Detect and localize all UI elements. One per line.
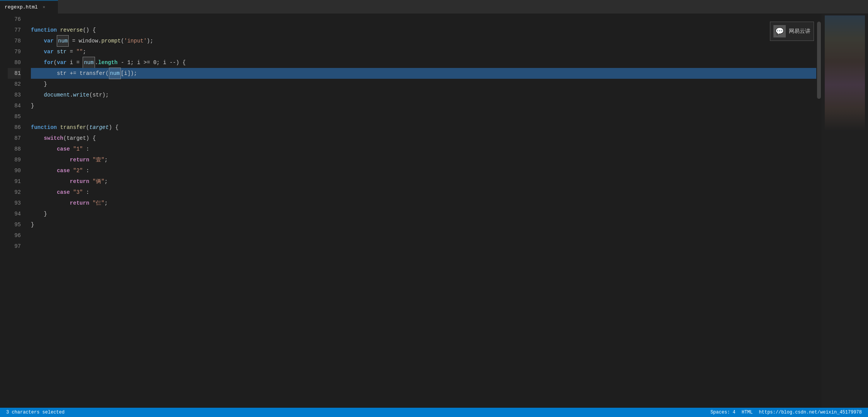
code-line: var str = "";: [31, 46, 816, 57]
code-line: function reverse() {: [31, 25, 816, 36]
status-bar: 3 characters selected Spaces: 4 HTML htt…: [0, 408, 868, 417]
code-line: [31, 230, 816, 241]
status-right: Spaces: 4 HTML https://blog.csdn.net/wei…: [710, 410, 862, 415]
code-line: for(var i = num.length - 1; i >= 0; i --…: [31, 57, 816, 68]
code-line: case "2" :: [31, 165, 816, 176]
line-number: 93: [8, 198, 21, 208]
tab-filename: regexp.html: [5, 4, 38, 10]
spaces-info: Spaces: 4: [710, 410, 736, 415]
code-line: }: [31, 79, 816, 90]
line-number: 82: [8, 79, 21, 90]
line-number: 88: [8, 144, 21, 154]
line-number: 92: [8, 187, 21, 198]
minimap-content: [822, 14, 868, 133]
line-number: 86: [8, 122, 21, 133]
code-line: }: [31, 208, 816, 219]
code-line: return "仨";: [31, 198, 816, 208]
code-content[interactable]: function reverse() { var num = window.pr…: [27, 14, 816, 408]
line-numbers: 7677787980818283848586878889909192939495…: [0, 14, 27, 408]
code-line: switch(target) {: [31, 133, 816, 144]
line-number: 95: [8, 219, 21, 230]
code-line: [31, 241, 816, 252]
line-number: 89: [8, 154, 21, 165]
url-info: https://blog.csdn.net/weixin_45179978: [759, 410, 862, 415]
code-line: function transfer(target) {: [31, 122, 816, 133]
code-line: [31, 14, 816, 25]
tab-bar: regexp.html ×: [0, 0, 868, 14]
scrollbar-thumb[interactable]: [817, 22, 821, 99]
code-line: }: [31, 100, 816, 111]
line-number: 87: [8, 133, 21, 144]
line-number: 79: [8, 46, 21, 57]
overlay-label: 网易云讲: [789, 28, 810, 35]
code-line: [31, 111, 816, 122]
chat-icon: 💬: [773, 25, 786, 37]
line-number: 76: [8, 14, 21, 25]
code-line: }: [31, 219, 816, 230]
line-number: 91: [8, 176, 21, 187]
line-number: 80: [8, 57, 21, 68]
tab-regexp[interactable]: regexp.html ×: [0, 0, 58, 14]
code-line: return "俩";: [31, 176, 816, 187]
line-number: 78: [8, 36, 21, 46]
scrollbar[interactable]: [816, 14, 822, 408]
line-number: 84: [8, 100, 21, 111]
selection-info: 3 characters selected: [6, 410, 64, 415]
line-number: 90: [8, 165, 21, 176]
line-number: 77: [8, 25, 21, 36]
line-number: 81: [8, 68, 21, 79]
line-number: 94: [8, 208, 21, 219]
tab-close-button[interactable]: ×: [41, 4, 47, 10]
editor-area: 7677787980818283848586878889909192939495…: [0, 14, 868, 408]
code-line: return "壹";: [31, 154, 816, 165]
code-line: str += transfer(num[i]);: [31, 68, 816, 79]
editor-window: regexp.html × 76777879808182838485868788…: [0, 0, 868, 417]
code-line: var num = window.prompt('input');: [31, 36, 816, 46]
line-number: 97: [8, 241, 21, 252]
minimap: [822, 14, 868, 408]
status-left: 3 characters selected: [6, 410, 64, 415]
encoding-info: HTML: [742, 410, 753, 415]
code-line: document.write(str);: [31, 90, 816, 100]
code-line: case "3" :: [31, 187, 816, 198]
line-number: 85: [8, 111, 21, 122]
code-line: case "1" :: [31, 144, 816, 154]
overlay-panel: 💬 网易云讲: [770, 22, 814, 41]
line-number: 83: [8, 90, 21, 100]
line-number: 96: [8, 230, 21, 241]
